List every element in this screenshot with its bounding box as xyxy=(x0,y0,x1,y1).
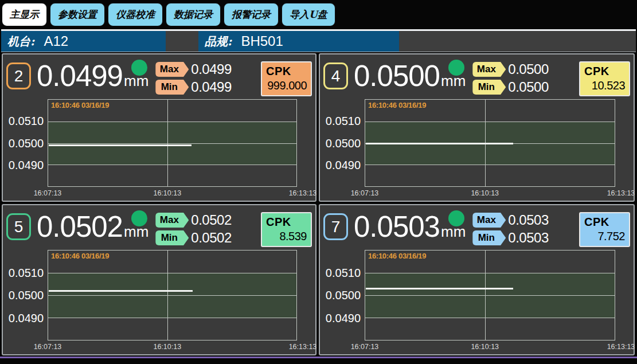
bottom-accent-line xyxy=(0,357,637,358)
measurement-readout: 0.0502mm xyxy=(37,210,148,244)
tab-parameter-settings[interactable]: 参数设置 xyxy=(50,3,105,26)
tab-import-usb[interactable]: 导入U盘 xyxy=(282,3,335,26)
x-tick: 16:13:13 xyxy=(289,189,317,197)
info-bar: 机台: A12 品规: BH501 xyxy=(1,29,636,52)
measurement-panel: 7 0.0503mm Max 0.0503 Min 0.0503 xyxy=(319,204,635,355)
x-axis: 16:07:13 16:10:13 16:13:13 xyxy=(48,342,297,352)
measurement-value: 0.0502 xyxy=(37,210,123,243)
y-tick: 0.0500 xyxy=(9,136,44,150)
panel-header: 2 0.0499mm Max 0.0499 Min 0.0499 xyxy=(6,56,312,99)
tab-main-display[interactable]: 主显示 xyxy=(2,3,47,26)
grid-line-h xyxy=(48,273,296,273)
cpk-label: CPK xyxy=(584,215,625,229)
y-tick: 0.0490 xyxy=(9,158,44,171)
channel-number-badge: 2 xyxy=(6,62,31,89)
trend-chart: 0.0510 0.0500 0.0490 16:10:46 03/16/19 1… xyxy=(323,250,630,352)
x-tick: 16:10:13 xyxy=(471,343,499,351)
min-tag: Min xyxy=(155,80,189,95)
hmi-screen: 主显示 参数设置 仪器校准 数据记录 报警记录 导入U盘 机台: A12 品规:… xyxy=(0,0,637,364)
cpk-value: 10.523 xyxy=(584,78,625,93)
min-tag: Min xyxy=(472,230,506,245)
product-label: 品规: xyxy=(205,34,232,49)
max-value: 0.0502 xyxy=(191,212,231,228)
cpk-box: CPK 999.000 xyxy=(261,61,312,96)
x-tick: 16:10:13 xyxy=(471,189,499,197)
chart-timestamp: 16:10:46 03/16/19 xyxy=(51,101,109,109)
cpk-box: CPK 10.523 xyxy=(579,61,630,96)
cpk-box: CPK 8.539 xyxy=(261,212,312,247)
grid-line-h xyxy=(48,318,296,318)
y-axis: 0.0510 0.0500 0.0490 xyxy=(323,250,364,340)
y-tick: 0.0510 xyxy=(9,266,44,279)
trend-chart: 0.0510 0.0500 0.0490 16:10:46 03/16/19 1… xyxy=(323,99,630,198)
measurement-readout: 0.0503mm xyxy=(354,210,466,244)
product-value: BH501 xyxy=(241,33,283,49)
product-field[interactable]: 品规: BH501 xyxy=(198,31,399,52)
x-axis: 16:07:13 16:10:13 16:13:13 xyxy=(48,188,297,198)
cpk-label: CPK xyxy=(266,64,307,78)
y-axis: 0.0510 0.0500 0.0490 xyxy=(323,99,364,187)
x-tick: 16:10:13 xyxy=(153,189,181,197)
measurement-panel: 2 0.0499mm Max 0.0499 Min 0.0499 xyxy=(2,53,316,202)
tab-alarm-record[interactable]: 报警记录 xyxy=(224,3,279,26)
measurement-panel: 5 0.0502mm Max 0.0502 Min 0.0502 xyxy=(2,204,316,355)
channel-number-badge: 5 xyxy=(6,213,31,240)
minmax-block: Max 0.0503 Min 0.0503 xyxy=(472,213,548,245)
max-tag: Max xyxy=(472,62,506,77)
min-row: Min 0.0503 xyxy=(472,230,548,245)
measurement-readout: 0.0500mm xyxy=(354,59,466,93)
x-tick: 16:07:13 xyxy=(34,189,62,197)
trace-line xyxy=(49,144,192,146)
panel-header: 4 0.0500mm Max 0.0500 Min 0.0500 xyxy=(323,56,630,99)
y-tick: 0.0510 xyxy=(326,266,361,279)
machine-value: A12 xyxy=(44,33,68,49)
measurement-readout: 0.0499mm xyxy=(37,59,148,93)
cpk-box: CPK 7.752 xyxy=(579,212,630,247)
min-value: 0.0500 xyxy=(508,79,548,95)
max-row: Max 0.0503 xyxy=(472,213,548,228)
trace-line xyxy=(49,290,193,292)
x-tick: 16:13:13 xyxy=(289,343,317,351)
y-tick: 0.0490 xyxy=(326,158,361,171)
grid-line-v xyxy=(167,251,168,340)
cpk-value: 7.752 xyxy=(584,229,625,244)
min-tag: Min xyxy=(472,80,506,95)
min-row: Min 0.0500 xyxy=(472,80,548,95)
min-row: Min 0.0499 xyxy=(155,80,231,95)
max-value: 0.0499 xyxy=(191,61,231,77)
x-tick: 16:07:13 xyxy=(351,189,379,197)
cpk-value: 999.000 xyxy=(266,78,307,93)
max-tag: Max xyxy=(472,213,506,228)
trend-chart: 0.0510 0.0500 0.0490 16:10:46 03/16/19 1… xyxy=(6,250,312,352)
tab-data-record[interactable]: 数据记录 xyxy=(166,3,221,26)
y-tick: 0.0510 xyxy=(9,115,44,128)
grid-line-h xyxy=(48,165,296,165)
plot-area: 16:10:46 03/16/19 xyxy=(48,99,297,187)
max-value: 0.0503 xyxy=(508,212,548,228)
x-tick: 16:13:13 xyxy=(607,343,635,351)
trace-line xyxy=(366,288,513,289)
y-axis: 0.0510 0.0500 0.0490 xyxy=(6,99,46,187)
grid-line-h xyxy=(365,318,615,318)
grid-line-h xyxy=(365,165,615,165)
max-value: 0.0500 xyxy=(508,61,548,77)
min-value: 0.0502 xyxy=(191,230,231,246)
x-axis: 16:07:13 16:10:13 16:13:13 xyxy=(365,188,615,198)
chart-timestamp: 16:10:46 03/16/19 xyxy=(368,101,426,109)
trend-chart: 0.0510 0.0500 0.0490 16:10:46 03/16/19 1… xyxy=(6,99,312,198)
channel-number-badge: 7 xyxy=(323,213,348,240)
cpk-label: CPK xyxy=(266,215,307,229)
grid-line-h xyxy=(48,295,296,296)
max-row: Max 0.0499 xyxy=(155,62,231,77)
channel-number-badge: 4 xyxy=(323,62,348,89)
machine-field[interactable]: 机台: A12 xyxy=(1,31,166,52)
machine-label: 机台: xyxy=(7,34,34,49)
cpk-label: CPK xyxy=(584,64,625,78)
grid-line-v xyxy=(485,251,486,340)
min-value: 0.0503 xyxy=(508,230,548,246)
max-tag: Max xyxy=(155,62,189,77)
max-tag: Max xyxy=(155,213,189,228)
tab-instrument-calibration[interactable]: 仪器校准 xyxy=(108,3,163,26)
min-value: 0.0499 xyxy=(191,79,231,95)
cpk-value: 8.539 xyxy=(266,229,307,244)
